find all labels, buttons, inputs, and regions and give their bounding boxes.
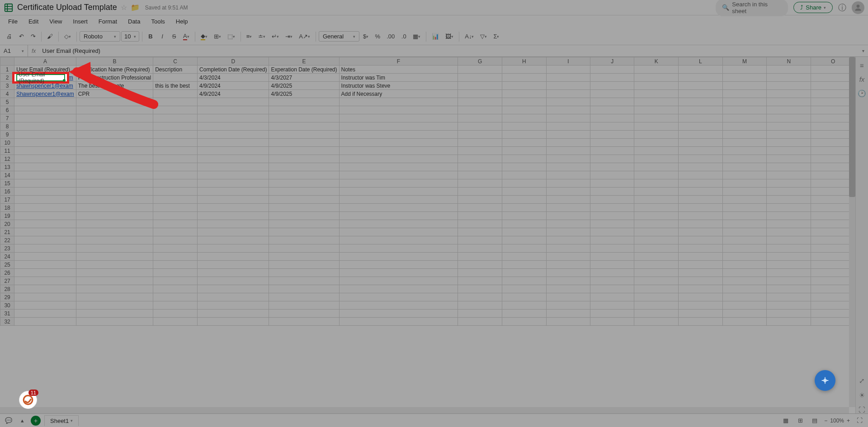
cell-I21[interactable]	[546, 228, 590, 236]
cell-M23[interactable]	[722, 244, 767, 253]
cell-N21[interactable]	[767, 228, 811, 236]
cell-I12[interactable]	[546, 155, 590, 163]
cell-D31[interactable]	[198, 310, 269, 318]
cell-O24[interactable]	[811, 253, 855, 261]
cell-G21[interactable]	[458, 228, 502, 236]
menu-insert[interactable]: Insert	[68, 16, 92, 27]
cell-J22[interactable]	[590, 236, 634, 244]
cell-E19[interactable]	[269, 212, 339, 220]
cell-N12[interactable]	[767, 155, 811, 163]
cell-E27[interactable]	[269, 277, 339, 285]
cell-L5[interactable]	[679, 98, 723, 106]
cell-K12[interactable]	[634, 155, 679, 163]
cell-N2[interactable]	[767, 74, 811, 82]
cell-L26[interactable]	[679, 269, 723, 277]
cell-B18[interactable]	[76, 204, 153, 212]
cell-H18[interactable]	[502, 204, 547, 212]
cell-B31[interactable]	[76, 310, 153, 318]
cell-B2[interactable]: PMI Construction Professional	[76, 74, 153, 82]
cell-C17[interactable]	[153, 196, 198, 204]
cell-N27[interactable]	[767, 277, 811, 285]
cell-A19[interactable]	[14, 212, 76, 220]
cell-N3[interactable]	[767, 82, 811, 90]
cell-G16[interactable]	[458, 188, 502, 196]
cell-E5[interactable]	[269, 98, 339, 106]
cell-L28[interactable]	[679, 285, 723, 293]
row-header-16[interactable]: 16	[0, 188, 14, 196]
cell-L19[interactable]	[679, 212, 723, 220]
cell-L15[interactable]	[679, 179, 723, 188]
cell-D6[interactable]	[198, 106, 269, 114]
cell-H21[interactable]	[502, 228, 547, 236]
cell-C16[interactable]	[153, 188, 198, 196]
cell-D3[interactable]: 4/9/2024	[198, 82, 269, 90]
cell-F24[interactable]	[339, 253, 458, 261]
cell-K1[interactable]	[634, 66, 679, 74]
cell-H27[interactable]	[502, 277, 547, 285]
cell-N10[interactable]	[767, 139, 811, 147]
cell-D18[interactable]	[198, 204, 269, 212]
cell-C12[interactable]	[153, 155, 198, 163]
cell-O31[interactable]	[811, 310, 855, 318]
cell-L29[interactable]	[679, 293, 723, 301]
cell-M6[interactable]	[722, 106, 767, 114]
cell-I29[interactable]	[546, 293, 590, 301]
cell-H3[interactable]	[502, 82, 547, 90]
zoom-control[interactable]: − 100% +	[824, 418, 850, 424]
cell-F32[interactable]	[339, 318, 458, 326]
cell-J5[interactable]	[590, 98, 634, 106]
cell-O10[interactable]	[811, 139, 855, 147]
cell-H7[interactable]	[502, 114, 547, 122]
cell-E22[interactable]	[269, 236, 339, 244]
cell-I4[interactable]	[546, 90, 590, 98]
cell-G22[interactable]	[458, 236, 502, 244]
cell-N22[interactable]	[767, 236, 811, 244]
cell-N25[interactable]	[767, 261, 811, 269]
cell-H11[interactable]	[502, 147, 547, 155]
cell-M25[interactable]	[722, 261, 767, 269]
clear-format-icon[interactable]: ◇▾	[61, 31, 74, 42]
row-header-23[interactable]: 23	[0, 244, 14, 253]
cell-B6[interactable]	[76, 106, 153, 114]
cell-F3[interactable]: Instructor was Steve	[339, 82, 458, 90]
cell-O25[interactable]	[811, 261, 855, 269]
row-header-14[interactable]: 14	[0, 171, 14, 179]
redo-icon[interactable]: ↷	[28, 31, 38, 42]
cell-K13[interactable]	[634, 163, 679, 171]
cell-A7[interactable]	[14, 114, 76, 122]
cell-D15[interactable]	[198, 179, 269, 188]
cell-F11[interactable]	[339, 147, 458, 155]
cell-D4[interactable]: 4/9/2024	[198, 90, 269, 98]
cell-F31[interactable]	[339, 310, 458, 318]
cell-O20[interactable]	[811, 220, 855, 228]
cell-B22[interactable]	[76, 236, 153, 244]
cell-G32[interactable]	[458, 318, 502, 326]
cell-H26[interactable]	[502, 269, 547, 277]
cell-B9[interactable]	[76, 131, 153, 139]
cell-C31[interactable]	[153, 310, 198, 318]
cell-E2[interactable]: 4/3/2027	[269, 74, 339, 82]
cell-C11[interactable]	[153, 147, 198, 155]
cell-K6[interactable]	[634, 106, 679, 114]
row-header-13[interactable]: 13	[0, 163, 14, 171]
cell-I23[interactable]	[546, 244, 590, 253]
cell-L25[interactable]	[679, 261, 723, 269]
cell-C30[interactable]	[153, 301, 198, 310]
chat-icon[interactable]: 💬	[4, 416, 14, 426]
cell-J15[interactable]	[590, 179, 634, 188]
cell-H32[interactable]	[502, 318, 547, 326]
view-pagebreak-icon[interactable]: ▤	[810, 416, 820, 426]
cell-M16[interactable]	[722, 188, 767, 196]
cell-G24[interactable]	[458, 253, 502, 261]
indent-icon[interactable]: ⇥▾	[283, 31, 295, 42]
bold-icon[interactable]: B	[145, 31, 156, 42]
cell-E21[interactable]	[269, 228, 339, 236]
cell-J7[interactable]	[590, 114, 634, 122]
cell-E15[interactable]	[269, 179, 339, 188]
fullscreen-icon[interactable]: ⛶	[854, 416, 864, 426]
cell-K27[interactable]	[634, 277, 679, 285]
cell-K24[interactable]	[634, 253, 679, 261]
cell-D28[interactable]	[198, 285, 269, 293]
cell-E11[interactable]	[269, 147, 339, 155]
cell-I19[interactable]	[546, 212, 590, 220]
